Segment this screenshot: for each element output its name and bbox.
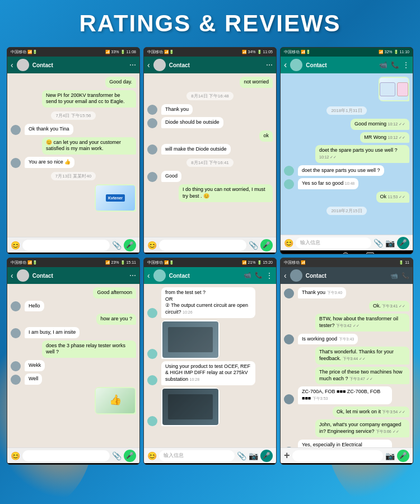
video-icon[interactable]: 📹 xyxy=(244,272,251,279)
attach-icon[interactable]: 📎 xyxy=(112,241,122,250)
back-icon[interactable]: ‹ xyxy=(11,60,13,69)
chat-body-3: 2018年1月31日 Good morning 10:12 ✓✓ MR Wong… xyxy=(281,73,413,235)
back-icon[interactable]: ‹ xyxy=(147,271,150,280)
video-icon[interactable]: 📹 xyxy=(379,61,388,69)
emoji-icon[interactable]: 😊 xyxy=(147,241,157,250)
camera-icon[interactable]: 📷 xyxy=(385,239,395,248)
emoji-icon[interactable]: 😊 xyxy=(284,239,293,248)
msg-sent: Ok 11:53 ✓✓ xyxy=(376,192,409,203)
video-icon[interactable]: 📹 xyxy=(390,272,398,279)
chat-input-bar-2[interactable]: 😊 📎 🎤 xyxy=(144,237,276,253)
msg-row: ZC-700A, FOB ■■■ ZC-700B, FOB ■■■ 下午3:53 xyxy=(284,386,409,404)
chat-input-bar-3[interactable]: 😊 输入信息 📎 📷 🎤 xyxy=(281,235,413,250)
contact-name-5: Contact xyxy=(169,273,244,279)
msg-sent: ok xyxy=(259,130,273,142)
more-icon[interactable]: ⋮ xyxy=(266,272,273,279)
mic-button[interactable]: 🎤 xyxy=(124,239,136,251)
user-avatar xyxy=(11,361,21,371)
attach-icon[interactable]: 📎 xyxy=(237,451,246,460)
back-icon[interactable]: ‹ xyxy=(11,271,13,280)
camera-icon[interactable]: 📷 xyxy=(385,451,395,460)
screenshots-grid: 中国移动 📶🔋 📶 33% 🔋 11:08 ‹ Contact ⋯ Good d… xyxy=(0,44,420,472)
contact-name-6: Contact xyxy=(306,273,390,279)
phone-icon[interactable]: 📞 xyxy=(391,61,399,69)
more-icon[interactable]: ⋯ xyxy=(129,272,136,279)
date-divider: 7月4日 下午15:56 xyxy=(51,111,95,120)
msg-row: from the test set ? OR ② The output curr… xyxy=(147,287,273,318)
message-input[interactable] xyxy=(292,450,383,461)
msg-received: Yes so far so good 10:48 xyxy=(298,178,358,189)
attach-icon[interactable]: 📎 xyxy=(112,451,122,460)
message-input[interactable]: 输入信息 xyxy=(159,450,235,461)
message-input[interactable] xyxy=(22,240,110,251)
date-divider: 2018年1月31日 xyxy=(326,106,366,115)
msg-received: Is working good 下午3:43 xyxy=(298,334,358,345)
chat-input-bar-6[interactable]: + 📷 🎤 xyxy=(281,447,413,463)
back-icon[interactable]: ‹ xyxy=(284,271,287,280)
msg-received: I am busy, I am insite xyxy=(25,327,80,338)
mic-button[interactable]: 🎤 xyxy=(397,237,409,249)
status-bar-2: 中国移动 📶🔋 📶 34% 🔋 11:05 xyxy=(144,48,276,57)
attach-icon[interactable]: 📎 xyxy=(249,241,258,250)
msg-row: Well xyxy=(11,374,136,385)
chat-input-bar-5[interactable]: 😊 输入信息 📎 📷 🎤 xyxy=(144,447,276,463)
contact-name-3: Contact xyxy=(306,62,379,68)
chat-body-1: Good day. New PI for 200KV transformer b… xyxy=(7,73,139,237)
msg-sent: That's wonderful. Thanks for your feedba… xyxy=(315,347,409,364)
message-input[interactable] xyxy=(159,240,246,251)
mic-button[interactable]: 🎤 xyxy=(260,239,273,251)
header-icons-4: ⋯ xyxy=(129,272,136,279)
msg-received: from the test set ? OR ② The output curr… xyxy=(161,287,255,318)
emoji-icon[interactable]: 😊 xyxy=(11,451,20,460)
back-icon[interactable]: ‹ xyxy=(147,60,150,69)
phone-icon[interactable]: 📞 xyxy=(255,272,263,279)
mic-button[interactable]: 🎤 xyxy=(124,450,136,462)
back-nav-icon[interactable]: ◀ xyxy=(320,253,325,254)
more-icon[interactable]: ⋯ xyxy=(266,61,273,69)
msg-row: Is working good 下午3:43 xyxy=(284,334,409,345)
chat-input-bar-1[interactable]: 😊 📎 🎤 xyxy=(7,237,139,253)
msg-received: Good xyxy=(161,171,181,182)
contact-name-1: Contact xyxy=(32,62,129,68)
add-icon[interactable]: + xyxy=(284,450,290,461)
user-avatar xyxy=(284,166,294,176)
status-bar-6: 中国移动 📶 🔋 11 xyxy=(281,258,413,267)
user-avatar xyxy=(147,144,157,155)
recents-nav-icon[interactable] xyxy=(366,253,374,254)
msg-sent: does the 3 phase relay tester works well… xyxy=(42,340,136,358)
user-avatar xyxy=(147,416,157,426)
avatar-1 xyxy=(17,59,29,71)
header-icons-2: ⋯ xyxy=(266,61,273,69)
avatar-5 xyxy=(153,269,166,282)
status-bar-4: 中国移动 📶🔋 📶 23% 🔋 15:11 xyxy=(7,258,139,267)
status-bar-1: 中国移动 📶🔋 📶 33% 🔋 11:08 xyxy=(7,48,139,57)
header-icons-3: 📹 📞 ⋮ xyxy=(379,61,409,69)
message-input[interactable]: 输入信息 xyxy=(296,237,371,249)
chat-photo-1 xyxy=(162,321,218,358)
msg-sent: New PI for 200KV transformer be send to … xyxy=(42,90,136,108)
mic-button[interactable]: 🎤 xyxy=(260,450,273,462)
user-avatar xyxy=(147,308,157,318)
home-nav-icon[interactable] xyxy=(342,253,349,254)
chat-input-bar-4[interactable]: 😊 📎 🎤 xyxy=(7,447,139,463)
emoji-icon[interactable]: 😊 xyxy=(147,451,157,460)
msg-sent: not worried xyxy=(240,77,273,88)
chat-header-2: ‹ Contact ⋯ xyxy=(144,57,276,73)
more-icon[interactable]: ⋯ xyxy=(129,61,136,69)
camera-icon[interactable]: 📷 xyxy=(249,451,258,460)
avatar-6 xyxy=(290,269,302,282)
msg-received: Thank you 下午3:40 xyxy=(298,287,346,298)
msg-image-sent: Kvtener xyxy=(95,184,136,212)
mic-button[interactable]: 🎤 xyxy=(397,450,409,462)
emoji-icon[interactable]: 😊 xyxy=(11,241,20,250)
msg-row: Thank you xyxy=(147,104,273,115)
message-input[interactable] xyxy=(22,450,110,461)
attach-icon[interactable]: 📎 xyxy=(374,239,383,248)
phone-icon[interactable]: 📞 xyxy=(402,272,409,279)
more-icon[interactable]: ⋮ xyxy=(403,61,409,69)
back-icon[interactable]: ‹ xyxy=(284,60,287,70)
msg-received: Using your product to test OCEF, REF & H… xyxy=(161,361,255,385)
product-box2 xyxy=(397,82,408,96)
nav-bar-6: ◀ xyxy=(281,463,413,465)
msg-row: Ok thank you Tina xyxy=(11,124,136,135)
